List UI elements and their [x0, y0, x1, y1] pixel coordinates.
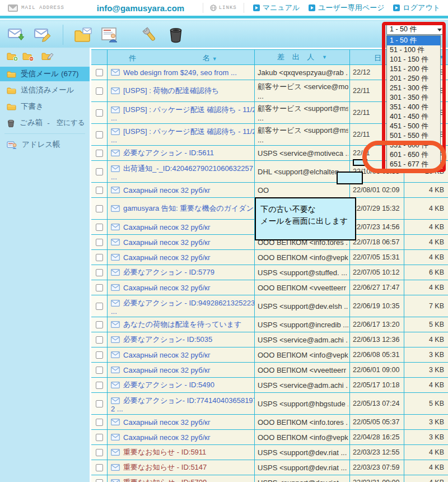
range-option[interactable]: 251 - 300 件 [387, 84, 440, 93]
header-subject-char1: 件 [129, 53, 136, 63]
row-checkbox[interactable] [96, 303, 103, 310]
row-checkbox[interactable] [96, 479, 103, 482]
address-book-button[interactable] [100, 26, 119, 44]
header-subject[interactable]: 件 名 ▼ [108, 50, 255, 64]
subject-link[interactable]: 必要なアクション- ID:5035 [123, 335, 212, 345]
row-checkbox[interactable] [96, 434, 103, 441]
subject-link[interactable]: Сахарный песок 32 руб/кг [123, 433, 211, 442]
empty-trash-button[interactable] [166, 26, 185, 44]
compose-mail-button[interactable] [33, 26, 52, 44]
sidebar-item-address-book[interactable]: アドレス帳 [0, 137, 90, 152]
subject-link[interactable]: [USPS] : パッケージ配送 確認待ち - 11/25/ [123, 105, 255, 115]
row-checkbox[interactable] [96, 168, 103, 175]
range-option[interactable]: 601 - 650 件 [387, 150, 440, 160]
range-option[interactable]: 401 - 450 件 [387, 112, 440, 122]
drafts-label: 下書き [21, 101, 44, 112]
mail-envelope-icon [111, 464, 120, 471]
subject-link[interactable]: Сахарный песок 32 руб/кг [123, 366, 211, 374]
row-checkbox[interactable] [96, 449, 103, 456]
subject-link[interactable]: 出荷通知_-_ID:42046279021060632257 [123, 164, 253, 174]
row-checkbox[interactable] [96, 336, 103, 344]
sidebar-item-sent[interactable]: 送信済みメール [0, 83, 90, 98]
subject-link[interactable]: Сахарный песок 32 руб/кг [123, 253, 211, 262]
row-checkbox[interactable] [96, 400, 103, 407]
date-text: 22/08/01 02:09 [350, 183, 404, 197]
remove-folder-button[interactable] [22, 52, 34, 61]
range-option[interactable]: 351 - 400 件 [387, 103, 440, 112]
sidebar-item-drafts[interactable]: 下書き [0, 99, 90, 114]
row-checkbox-cell [91, 80, 108, 101]
row-checkbox[interactable] [96, 321, 103, 328]
nav-user-page[interactable]: ユーザー専用ページ [309, 3, 384, 13]
receive-mail-button[interactable] [7, 26, 26, 44]
subject-link[interactable]: Сахарный песок 32 руб/кг [123, 223, 211, 231]
range-option[interactable]: 501 - 550 件 [387, 131, 440, 141]
subject-link[interactable]: Сахарный песок 32 руб/кг [123, 418, 211, 427]
range-option[interactable]: 551 - 600 件 [387, 141, 440, 150]
range-option[interactable]: 101 - 150 件 [387, 55, 440, 64]
header-sender[interactable]: 差 出 人 ▼ [255, 50, 350, 64]
subject-link[interactable]: Сахарный песок 32 руб/кг [123, 284, 211, 292]
row-checkbox[interactable] [96, 87, 103, 95]
sidebar-item-inbox[interactable]: 受信メール (677) [0, 67, 90, 81]
row-checkbox[interactable] [96, 284, 103, 291]
row-checkbox[interactable] [96, 269, 103, 276]
sidebar-item-trash[interactable]: ごみ箱 - 空にする [0, 115, 90, 130]
range-option[interactable]: 651 - 677 件 [387, 160, 440, 169]
range-option[interactable]: 451 - 500 件 [387, 122, 440, 131]
row-checkbox[interactable] [96, 254, 103, 261]
subject-link[interactable]: 重要なお知らせ - ID:5709 [123, 478, 207, 482]
subject-link[interactable]: [USPS] : 荷物の配達確認待ち [123, 86, 219, 96]
range-option[interactable]: 301 - 350 件 [387, 93, 440, 103]
logo-text: MAIL ADDRESS [21, 5, 64, 11]
nav-manual[interactable]: マニュアル [253, 3, 300, 13]
subject-link[interactable]: Сахарный песок 32 руб/кг [123, 238, 211, 247]
rename-folder-button[interactable] [41, 52, 53, 61]
row-checkbox[interactable] [96, 367, 103, 374]
range-option[interactable]: 51 - 100 件 [387, 45, 440, 55]
row-sender-cell: USPS <service@motiveca ... [255, 146, 350, 160]
row-checkbox[interactable] [96, 419, 103, 426]
row-checkbox[interactable] [96, 224, 103, 231]
mail-row: あなたの荷物は配達を待っています USPS <support@incredib … [91, 317, 448, 332]
subject-link[interactable]: 必要なアクション - ID:9492862132522398 [123, 298, 255, 308]
subject-link[interactable]: 必要なアクション - ID:5611 [123, 148, 214, 158]
subject-link[interactable]: 必要なアクション - ID:5779 [123, 267, 214, 277]
row-checkbox[interactable] [96, 109, 103, 117]
row-subject-cell: 必要なアクション - ID:5490 [108, 378, 255, 392]
row-checkbox[interactable] [96, 69, 103, 76]
subject-link[interactable]: [USPS] : パッケージ配送 確認待ち - 11/24/ [123, 127, 255, 137]
row-subject-cell: 必要なアクション- ID:7741404036581979 2 ... [108, 393, 255, 414]
range-select[interactable]: 1 - 50 件 [386, 24, 445, 35]
row-checkbox[interactable] [96, 382, 103, 389]
annotation-small-box-1 [353, 159, 367, 166]
subject-link[interactable]: gamusyara 告知: 重要な機会のガイダンス [123, 203, 255, 214]
subject-link[interactable]: 必要なアクション - ID:5490 [123, 380, 214, 390]
range-option[interactable]: 1 - 50 件 [387, 36, 440, 45]
range-option[interactable]: 151 - 200 件 [387, 64, 440, 74]
row-checkbox[interactable] [96, 205, 103, 212]
row-checkbox[interactable] [96, 464, 103, 471]
subject-link[interactable]: 必要なアクション- ID:7741404036581979 [123, 396, 255, 406]
row-checkbox[interactable] [96, 351, 103, 359]
settings-button[interactable] [140, 26, 159, 44]
subject-link[interactable]: 重要なお知らせ - ID:5147 [123, 462, 207, 472]
sender-text: ОО [258, 186, 348, 194]
row-checkbox[interactable] [96, 131, 103, 138]
row-checkbox[interactable] [96, 239, 103, 246]
subject-link[interactable]: あなたの荷物は配達を待っています [123, 319, 241, 330]
date-text: 22/05/13 07:24 [350, 393, 404, 414]
nav-logout[interactable]: ログアウト [393, 3, 440, 13]
range-option[interactable]: 201 - 250 件 [387, 74, 440, 84]
date-text: 22/06/27 17:47 [350, 280, 404, 295]
subject-link[interactable]: 重要なお知らせ - ID:5911 [123, 447, 206, 457]
move-to-folder-button[interactable] [74, 26, 93, 44]
row-checkbox[interactable] [96, 150, 103, 157]
row-subject-cell: 必要なアクション - ID:5779 [108, 265, 255, 280]
subject-link[interactable]: Сахарный песок 32 руб/кг [123, 351, 211, 359]
row-checkbox[interactable] [96, 187, 103, 194]
empty-trash-link[interactable]: 空にする [57, 118, 85, 128]
subject-link[interactable]: Сахарный песок 32 руб/кг [123, 186, 211, 194]
subject-link[interactable]: Web design from $249, seo from ... [123, 68, 237, 77]
add-folder-button[interactable] [7, 52, 18, 61]
